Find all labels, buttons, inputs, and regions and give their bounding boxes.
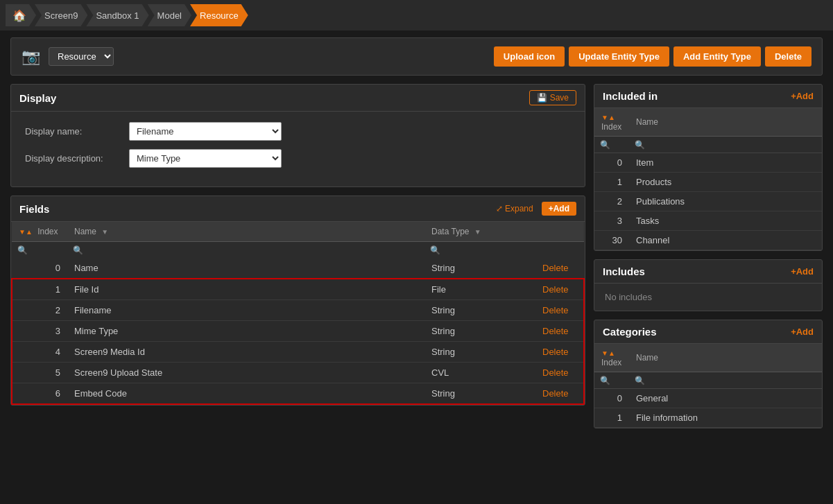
field-delete-button[interactable]: Delete bbox=[535, 383, 584, 405]
search-index-cell: 🔍 bbox=[12, 242, 67, 259]
search-index-icon: 🔍 bbox=[17, 245, 28, 255]
list-item: 1 Products bbox=[594, 173, 822, 192]
display-panel-title: Display bbox=[19, 92, 56, 104]
no-includes-text: No includes bbox=[594, 284, 822, 311]
field-data-type: String bbox=[424, 321, 535, 342]
display-name-label: Display name: bbox=[25, 126, 129, 137]
display-panel-actions: 💾 Save bbox=[529, 90, 576, 105]
save-button[interactable]: 💾 Save bbox=[529, 90, 576, 105]
breadcrumb-home[interactable]: 🏠 bbox=[6, 4, 36, 26]
search-icon-included-index: 🔍 bbox=[600, 140, 610, 150]
search-action-cell bbox=[535, 242, 584, 259]
delete-button[interactable]: Delete bbox=[765, 46, 811, 67]
included-name: Tasks bbox=[629, 211, 822, 231]
table-row: 0 Name String Delete bbox=[12, 258, 584, 279]
field-delete-button[interactable]: Delete bbox=[535, 300, 584, 321]
expand-button[interactable]: ⤢ Expand bbox=[496, 204, 533, 214]
table-row: 5 Screen9 Upload State CVL Delete bbox=[12, 363, 584, 383]
th-action bbox=[535, 222, 584, 242]
included-in-panel: Included in +Add ▼▲ Index Name bbox=[594, 84, 823, 251]
list-item: 1 File information bbox=[594, 408, 822, 428]
display-name-select[interactable]: Filename bbox=[129, 122, 282, 141]
categories-header-row: ▼▲ Index Name bbox=[594, 344, 822, 372]
display-panel-header: Display 💾 Save bbox=[11, 85, 585, 112]
upload-icon-button[interactable]: Upload icon bbox=[494, 46, 565, 67]
included-index: 0 bbox=[594, 153, 629, 173]
add-entity-type-button[interactable]: Add Entity Type bbox=[673, 46, 761, 67]
cat-index: 1 bbox=[594, 408, 629, 428]
table-row: 4 Screen9 Media Id String Delete bbox=[12, 342, 584, 363]
included-in-add-button[interactable]: +Add bbox=[791, 91, 814, 101]
th-datatype: Data Type ▼ bbox=[424, 222, 535, 242]
right-column: Included in +Add ▼▲ Index Name bbox=[594, 84, 823, 437]
includes-header: Includes +Add bbox=[594, 260, 822, 284]
cat-name: General bbox=[629, 389, 822, 408]
included-search-index-cell: 🔍 bbox=[594, 137, 629, 153]
field-name: Screen9 Media Id bbox=[67, 342, 424, 363]
display-description-select[interactable]: Mime Type bbox=[129, 149, 282, 168]
home-icon: 🏠 bbox=[12, 9, 26, 22]
sort-icons: ▼▲ bbox=[19, 228, 33, 236]
included-in-header-row: ▼▲ Index Name bbox=[594, 108, 822, 137]
name-filter-icon: ▼ bbox=[101, 228, 108, 236]
table-row: 3 Mime Type String Delete bbox=[12, 321, 584, 342]
included-name: Publications bbox=[629, 192, 822, 211]
content-row: Display 💾 Save Display name: Filename bbox=[10, 84, 823, 437]
save-icon: 💾 bbox=[537, 93, 547, 103]
fields-search-row: 🔍 🔍 🔍 bbox=[12, 242, 584, 259]
cat-search-name-cell: 🔍 bbox=[629, 372, 822, 389]
search-icon-cat-index: 🔍 bbox=[600, 376, 610, 385]
field-delete-button[interactable]: Delete bbox=[535, 321, 584, 342]
field-delete-button[interactable]: Delete bbox=[535, 363, 584, 383]
th-cat-name: Name bbox=[629, 344, 822, 372]
entity-type-select[interactable]: Resource bbox=[49, 47, 114, 66]
search-icon-cat-name: 🔍 bbox=[635, 376, 645, 385]
field-index: 2 bbox=[12, 300, 67, 321]
fields-table: ▼▲ Index Name ▼ Data Type ▼ bbox=[11, 222, 585, 405]
field-index: 6 bbox=[12, 383, 67, 405]
field-data-type: File bbox=[424, 279, 535, 300]
update-entity-type-button[interactable]: Update Entity Type bbox=[569, 46, 669, 67]
main-content: 📷 Resource Upload icon Update Entity Typ… bbox=[0, 31, 833, 444]
display-description-row: Display description: Mime Type bbox=[25, 149, 571, 168]
cat-name: File information bbox=[629, 408, 822, 428]
fields-panel-header: Fields ⤢ Expand +Add bbox=[11, 196, 585, 222]
included-in-title: Included in bbox=[603, 90, 658, 102]
breadcrumb-sandbox1[interactable]: Sandbox 1 bbox=[86, 4, 148, 26]
breadcrumb-screen9[interactable]: Screen9 bbox=[35, 4, 87, 26]
field-index: 5 bbox=[12, 363, 67, 383]
field-index: 0 bbox=[12, 258, 67, 279]
included-search-name-cell: 🔍 bbox=[629, 137, 822, 153]
categories-add-button[interactable]: +Add bbox=[791, 327, 814, 337]
field-data-type: String bbox=[424, 383, 535, 405]
fields-table-header-row: ▼▲ Index Name ▼ Data Type ▼ bbox=[12, 222, 584, 242]
cat-index: 0 bbox=[594, 389, 629, 408]
field-name: Filename bbox=[67, 300, 424, 321]
sort-icons-cat: ▼▲ bbox=[601, 349, 615, 357]
field-delete-button[interactable]: Delete bbox=[535, 342, 584, 363]
field-name: File Id bbox=[67, 279, 424, 300]
field-delete-button[interactable]: Delete bbox=[535, 258, 584, 279]
top-action-buttons: Upload icon Update Entity Type Add Entit… bbox=[494, 46, 811, 67]
included-index: 30 bbox=[594, 231, 629, 250]
field-data-type: String bbox=[424, 300, 535, 321]
search-name-icon: 🔍 bbox=[73, 245, 83, 255]
fields-add-button[interactable]: +Add bbox=[542, 202, 576, 216]
includes-title: Includes bbox=[603, 266, 645, 277]
included-name: Item bbox=[629, 153, 822, 173]
field-name: Screen9 Upload State bbox=[67, 363, 424, 383]
included-name: Products bbox=[629, 173, 822, 192]
entity-type-card: 📷 Resource Upload icon Update Entity Typ… bbox=[10, 37, 823, 76]
expand-icon: ⤢ bbox=[496, 204, 503, 214]
included-name: Channel bbox=[629, 231, 822, 250]
list-item: 3 Tasks bbox=[594, 211, 822, 231]
field-index: 3 bbox=[12, 321, 67, 342]
breadcrumb-resource[interactable]: Resource bbox=[190, 4, 248, 26]
included-index: 3 bbox=[594, 211, 629, 231]
includes-add-button[interactable]: +Add bbox=[791, 266, 814, 277]
field-delete-button[interactable]: Delete bbox=[535, 279, 584, 300]
list-item: 30 Channel bbox=[594, 231, 822, 250]
included-index: 2 bbox=[594, 192, 629, 211]
list-item: 0 Item bbox=[594, 153, 822, 173]
breadcrumb-model[interactable]: Model bbox=[148, 4, 191, 26]
